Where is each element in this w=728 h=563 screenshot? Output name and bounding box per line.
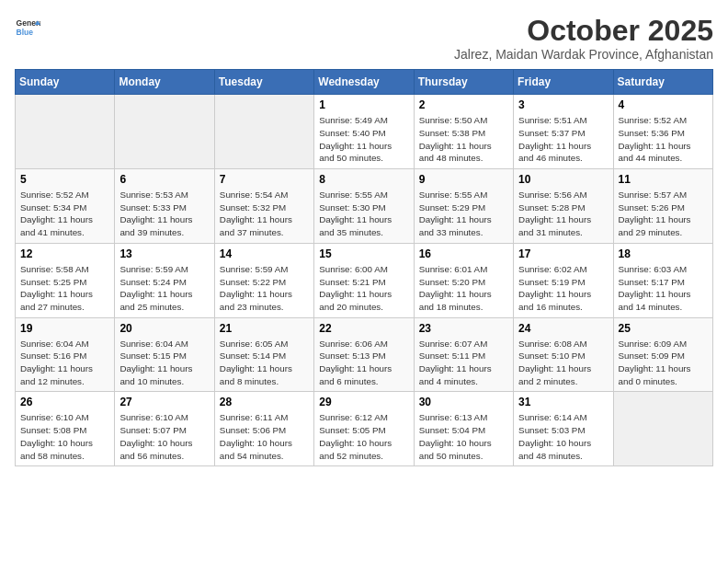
month-title: October 2025 xyxy=(454,15,713,47)
day-number: 8 xyxy=(319,173,408,186)
day-number: 24 xyxy=(518,322,608,335)
day-number: 11 xyxy=(619,173,708,186)
day-detail: Sunrise: 6:02 AM Sunset: 5:19 PM Dayligh… xyxy=(518,263,608,314)
calendar-day-cell: 30Sunrise: 6:13 AM Sunset: 5:04 PM Dayli… xyxy=(414,392,513,466)
logo: General Blue xyxy=(15,15,40,40)
calendar-day-cell: 24Sunrise: 6:08 AM Sunset: 5:10 PM Dayli… xyxy=(514,317,613,392)
day-detail: Sunrise: 5:55 AM Sunset: 5:30 PM Dayligh… xyxy=(319,189,408,239)
calendar-day-cell: 3Sunrise: 5:51 AM Sunset: 5:37 PM Daylig… xyxy=(514,95,613,169)
day-detail: Sunrise: 6:04 AM Sunset: 5:15 PM Dayligh… xyxy=(119,338,209,388)
calendar-day-cell xyxy=(16,95,115,169)
location-subtitle: Jalrez, Maidan Wardak Province, Afghanis… xyxy=(454,47,713,62)
day-number: 16 xyxy=(419,247,508,260)
day-number: 18 xyxy=(619,247,708,260)
day-number: 23 xyxy=(419,322,508,335)
day-number: 28 xyxy=(220,396,309,408)
weekday-header-cell: Friday xyxy=(514,70,613,95)
day-detail: Sunrise: 6:07 AM Sunset: 5:11 PM Dayligh… xyxy=(419,338,508,388)
day-number: 9 xyxy=(419,173,508,186)
day-number: 31 xyxy=(518,396,608,408)
calendar-day-cell: 5Sunrise: 5:52 AM Sunset: 5:34 PM Daylig… xyxy=(16,169,115,244)
calendar-table: SundayMondayTuesdayWednesdayThursdayFrid… xyxy=(15,69,713,466)
day-detail: Sunrise: 6:01 AM Sunset: 5:20 PM Dayligh… xyxy=(419,263,508,314)
day-number: 3 xyxy=(518,98,608,111)
calendar-day-cell: 10Sunrise: 5:56 AM Sunset: 5:28 PM Dayli… xyxy=(514,169,613,244)
calendar-day-cell: 23Sunrise: 6:07 AM Sunset: 5:11 PM Dayli… xyxy=(414,317,513,392)
calendar-day-cell: 16Sunrise: 6:01 AM Sunset: 5:20 PM Dayli… xyxy=(414,243,513,317)
calendar-week-row: 19Sunrise: 6:04 AM Sunset: 5:16 PM Dayli… xyxy=(16,317,713,392)
calendar-day-cell: 27Sunrise: 6:10 AM Sunset: 5:07 PM Dayli… xyxy=(115,392,214,466)
calendar-day-cell: 4Sunrise: 5:52 AM Sunset: 5:36 PM Daylig… xyxy=(613,95,712,169)
weekday-header-cell: Sunday xyxy=(16,70,115,95)
day-number: 6 xyxy=(119,173,209,186)
calendar-day-cell xyxy=(613,392,712,466)
calendar-day-cell: 20Sunrise: 6:04 AM Sunset: 5:15 PM Dayli… xyxy=(115,317,214,392)
day-detail: Sunrise: 6:14 AM Sunset: 5:03 PM Dayligh… xyxy=(518,411,608,462)
calendar-day-cell: 12Sunrise: 5:58 AM Sunset: 5:25 PM Dayli… xyxy=(16,243,115,317)
calendar-day-cell xyxy=(115,95,214,169)
day-number: 19 xyxy=(20,322,109,335)
calendar-body: 1Sunrise: 5:49 AM Sunset: 5:40 PM Daylig… xyxy=(16,95,713,466)
calendar-week-row: 5Sunrise: 5:52 AM Sunset: 5:34 PM Daylig… xyxy=(16,169,713,244)
day-number: 10 xyxy=(518,173,608,186)
page-header: General Blue October 2025 Jalrez, Maidan… xyxy=(15,15,713,62)
day-number: 1 xyxy=(319,98,408,111)
day-number: 25 xyxy=(619,322,708,335)
day-number: 14 xyxy=(220,247,309,260)
day-number: 5 xyxy=(20,173,109,186)
day-number: 29 xyxy=(319,396,408,408)
calendar-week-row: 26Sunrise: 6:10 AM Sunset: 5:08 PM Dayli… xyxy=(16,392,713,466)
day-number: 22 xyxy=(319,322,408,335)
calendar-day-cell: 11Sunrise: 5:57 AM Sunset: 5:26 PM Dayli… xyxy=(613,169,712,244)
weekday-header-cell: Tuesday xyxy=(214,70,313,95)
calendar-day-cell: 22Sunrise: 6:06 AM Sunset: 5:13 PM Dayli… xyxy=(314,317,414,392)
weekday-header-row: SundayMondayTuesdayWednesdayThursdayFrid… xyxy=(16,70,713,95)
calendar-day-cell: 31Sunrise: 6:14 AM Sunset: 5:03 PM Dayli… xyxy=(514,392,613,466)
day-number: 17 xyxy=(518,247,608,260)
day-detail: Sunrise: 5:50 AM Sunset: 5:38 PM Dayligh… xyxy=(419,114,508,165)
day-detail: Sunrise: 6:05 AM Sunset: 5:14 PM Dayligh… xyxy=(220,338,309,388)
day-detail: Sunrise: 6:10 AM Sunset: 5:08 PM Dayligh… xyxy=(20,411,109,462)
day-detail: Sunrise: 5:51 AM Sunset: 5:37 PM Dayligh… xyxy=(518,114,608,165)
day-detail: Sunrise: 5:56 AM Sunset: 5:28 PM Dayligh… xyxy=(518,189,608,239)
day-number: 27 xyxy=(119,396,209,408)
calendar-day-cell: 8Sunrise: 5:55 AM Sunset: 5:30 PM Daylig… xyxy=(314,169,414,244)
day-detail: Sunrise: 6:12 AM Sunset: 5:05 PM Dayligh… xyxy=(319,411,408,462)
day-detail: Sunrise: 5:57 AM Sunset: 5:26 PM Dayligh… xyxy=(619,189,708,239)
calendar-day-cell: 19Sunrise: 6:04 AM Sunset: 5:16 PM Dayli… xyxy=(16,317,115,392)
day-number: 30 xyxy=(419,396,508,408)
weekday-header-cell: Wednesday xyxy=(314,70,414,95)
day-detail: Sunrise: 6:00 AM Sunset: 5:21 PM Dayligh… xyxy=(319,263,408,314)
calendar-day-cell: 9Sunrise: 5:55 AM Sunset: 5:29 PM Daylig… xyxy=(414,169,513,244)
calendar-day-cell: 26Sunrise: 6:10 AM Sunset: 5:08 PM Dayli… xyxy=(16,392,115,466)
weekday-header-cell: Monday xyxy=(115,70,214,95)
day-detail: Sunrise: 5:59 AM Sunset: 5:22 PM Dayligh… xyxy=(220,263,309,314)
calendar-day-cell: 21Sunrise: 6:05 AM Sunset: 5:14 PM Dayli… xyxy=(214,317,313,392)
svg-text:Blue: Blue xyxy=(17,28,34,37)
calendar-day-cell: 29Sunrise: 6:12 AM Sunset: 5:05 PM Dayli… xyxy=(314,392,414,466)
day-number: 21 xyxy=(220,322,309,335)
day-number: 4 xyxy=(619,98,708,111)
calendar-day-cell: 2Sunrise: 5:50 AM Sunset: 5:38 PM Daylig… xyxy=(414,95,513,169)
day-detail: Sunrise: 5:53 AM Sunset: 5:33 PM Dayligh… xyxy=(119,189,209,239)
calendar-day-cell: 25Sunrise: 6:09 AM Sunset: 5:09 PM Dayli… xyxy=(613,317,712,392)
day-detail: Sunrise: 5:59 AM Sunset: 5:24 PM Dayligh… xyxy=(119,263,209,314)
day-detail: Sunrise: 5:52 AM Sunset: 5:36 PM Dayligh… xyxy=(619,114,708,165)
calendar-day-cell: 15Sunrise: 6:00 AM Sunset: 5:21 PM Dayli… xyxy=(314,243,414,317)
day-detail: Sunrise: 5:49 AM Sunset: 5:40 PM Dayligh… xyxy=(319,114,408,165)
calendar-day-cell: 28Sunrise: 6:11 AM Sunset: 5:06 PM Dayli… xyxy=(214,392,313,466)
day-detail: Sunrise: 5:58 AM Sunset: 5:25 PM Dayligh… xyxy=(20,263,109,314)
calendar-week-row: 1Sunrise: 5:49 AM Sunset: 5:40 PM Daylig… xyxy=(16,95,713,169)
day-detail: Sunrise: 6:03 AM Sunset: 5:17 PM Dayligh… xyxy=(619,263,708,314)
day-detail: Sunrise: 6:11 AM Sunset: 5:06 PM Dayligh… xyxy=(220,411,309,462)
title-block: October 2025 Jalrez, Maidan Wardak Provi… xyxy=(454,15,713,62)
calendar-day-cell: 6Sunrise: 5:53 AM Sunset: 5:33 PM Daylig… xyxy=(115,169,214,244)
calendar-day-cell: 7Sunrise: 5:54 AM Sunset: 5:32 PM Daylig… xyxy=(214,169,313,244)
day-number: 7 xyxy=(220,173,309,186)
day-number: 26 xyxy=(20,396,109,408)
calendar-day-cell: 13Sunrise: 5:59 AM Sunset: 5:24 PM Dayli… xyxy=(115,243,214,317)
day-detail: Sunrise: 6:13 AM Sunset: 5:04 PM Dayligh… xyxy=(419,411,508,462)
calendar-day-cell: 1Sunrise: 5:49 AM Sunset: 5:40 PM Daylig… xyxy=(314,95,414,169)
calendar-day-cell: 17Sunrise: 6:02 AM Sunset: 5:19 PM Dayli… xyxy=(514,243,613,317)
day-detail: Sunrise: 5:52 AM Sunset: 5:34 PM Dayligh… xyxy=(20,189,109,239)
